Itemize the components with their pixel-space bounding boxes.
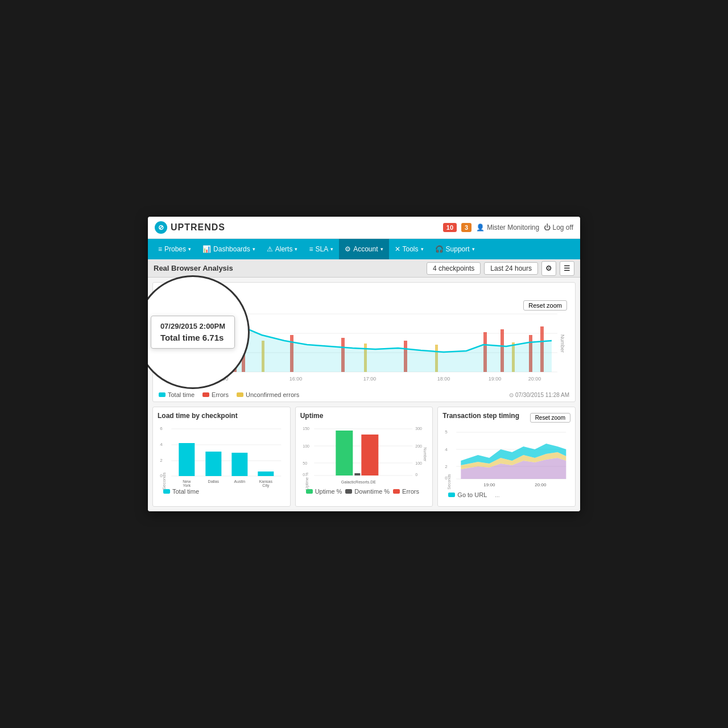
badge-red: 10 [443,223,457,232]
svg-text:Uptime %: Uptime % [305,473,309,490]
nav-sla[interactable]: ≡ SLA ▾ [303,239,339,259]
svg-text:2: 2 [160,458,163,463]
hamburger-icon: ☰ [564,264,570,272]
legend-errors-uptime: Errors [393,488,419,495]
timestamp: ⊙ 07/30/2015 11:28 AM [509,392,569,398]
transaction-chart: 5 4 2 0 Seconds [442,427,570,489]
transaction-legend: Go to URL ... [442,489,570,502]
svg-text:GalacticResorts.DE: GalacticResorts.DE [341,480,375,484]
tooltip-box: 07/29/2015 2:00PM Total time 6.71s [151,316,235,349]
legend-total: Total time [163,488,199,495]
sub-header-right: 4 checkpoints Last 24 hours ⚙ ☰ [427,261,574,276]
legend-unconfirmed: Unconfirmed errors [237,391,299,398]
svg-text:Seconds: Seconds [162,472,167,490]
nav-support[interactable]: 🎧 Support ▾ [429,239,481,259]
svg-text:16:00: 16:00 [289,376,303,382]
tools-icon: ✕ [395,245,400,253]
legend-dot-errors-uptime [393,489,400,494]
svg-text:17:00: 17:00 [363,376,377,382]
main-content: Last 24 hours Reset zoom 07/29/2015 2:00… [148,278,580,511]
dashboards-icon: 📊 [202,245,211,253]
settings-button[interactable]: ⚙ [541,261,556,276]
svg-text:0: 0 [415,473,417,477]
nav-bar: ≡ Probes ▾ 📊 Dashboards ▾ ⚠ Alerts ▾ ≡ S… [148,239,580,259]
sub-header: Real Browser Analysis 4 checkpoints Last… [148,259,580,278]
legend-errors: Errors [202,391,229,398]
svg-text:20:00: 20:00 [528,376,541,382]
svg-text:Number: Number [560,334,565,353]
svg-text:Number: Number [423,448,427,462]
svg-text:19:00: 19:00 [484,482,496,487]
load-time-card: Load time by checkpoint 6 4 2 0 Seconds [152,407,291,507]
svg-text:50: 50 [303,461,307,465]
transaction-reset-zoom[interactable]: Reset zoom [530,413,570,423]
legend-downtime: Downtime % [345,488,390,495]
user-icon: 👤 [476,224,485,231]
alerts-icon: ⚠ [267,245,273,253]
svg-text:20:00: 20:00 [535,482,547,487]
svg-rect-65 [354,473,360,475]
svg-rect-66 [361,435,378,475]
svg-text:100: 100 [415,461,422,465]
svg-text:19:00: 19:00 [489,376,502,382]
tooltip-date: 07/29/2015 2:00PM [160,322,225,330]
svg-text:5: 5 [445,429,448,435]
tooltip-value: Total time 6.71s [160,333,225,342]
last24-button[interactable]: Last 24 hours [484,262,538,275]
nav-dashboards[interactable]: 📊 Dashboards ▾ [197,239,261,259]
browser-window: ⊘ UPTRENDS 10 3 👤 Mister Monitoring ⏻ Lo… [148,217,580,511]
svg-text:18:00: 18:00 [437,376,450,382]
transaction-svg: 5 4 2 0 Seconds [442,427,570,489]
nav-alerts[interactable]: ⚠ Alerts ▾ [261,239,304,259]
svg-text:Dallas: Dallas [208,479,220,483]
svg-text:6: 6 [160,426,163,431]
svg-rect-64 [336,431,353,475]
transaction-title: Transaction step timing [442,412,519,420]
probes-icon: ≡ [158,245,162,253]
sla-icon: ≡ [309,245,313,253]
svg-rect-42 [231,453,247,476]
uptime-card: Uptime 150 100 50 0 Uptime % 300 200 100… [295,407,433,507]
reset-zoom-button[interactable]: Reset zoom [523,300,567,311]
svg-text:4: 4 [160,442,163,447]
load-time-chart: 6 4 2 0 Seconds [158,423,286,486]
top-bar: ⊘ UPTRENDS 10 3 👤 Mister Monitoring ⏻ Lo… [148,217,580,239]
nav-account[interactable]: ⚙ Account ▾ [339,239,388,259]
bottom-charts-row: Load time by checkpoint 6 4 2 0 Seconds [152,407,576,507]
logo: ⊘ UPTRENDS [155,221,225,234]
svg-text:300: 300 [415,427,422,431]
top-right: 10 3 👤 Mister Monitoring ⏻ Log off [443,223,573,232]
logo-text: UPTRENDS [171,222,225,233]
legend-uptime: Uptime % [306,488,342,495]
nav-tools[interactable]: ✕ Tools ▾ [389,239,429,259]
svg-text:4: 4 [445,447,448,452]
main-chart-card: Last 24 hours Reset zoom 07/29/2015 2:00… [152,282,576,402]
legend-goto: Go to URL [448,491,487,498]
legend-dot-goto [448,493,455,497]
logoff-icon: ⏻ [544,224,551,231]
support-icon: 🎧 [435,245,444,253]
account-icon: ⚙ [345,245,351,253]
svg-rect-41 [205,452,221,476]
svg-text:Austin: Austin [234,479,246,483]
transaction-card: Transaction step timing Reset zoom 5 4 2… [437,407,576,507]
username: Mister Monitoring [487,224,539,231]
legend-total-time: Total time [159,391,195,398]
load-time-svg: 6 4 2 0 Seconds [158,423,286,486]
settings-icon: ⚙ [545,264,552,272]
tab-label: Real Browser Analysis [154,264,233,272]
checkpoints-button[interactable]: 4 checkpoints [427,262,481,275]
svg-rect-40 [179,443,195,476]
nav-probes[interactable]: ≡ Probes ▾ [152,239,197,259]
user-info: 👤 Mister Monitoring [476,224,539,231]
legend-dot-errors [202,392,209,397]
menu-button[interactable]: ☰ [560,261,574,276]
svg-text:York: York [183,483,191,487]
svg-text:City: City [262,483,270,488]
badge-orange: 3 [461,223,471,232]
legend-dot-downtime [345,489,352,494]
svg-text:Seconds: Seconds [448,474,452,490]
logoff-link[interactable]: ⏻ Log off [544,224,573,231]
uptime-svg: 150 100 50 0 Uptime % 300 200 100 0 Numb… [300,423,428,486]
legend-dot-unconfirmed [237,392,243,397]
